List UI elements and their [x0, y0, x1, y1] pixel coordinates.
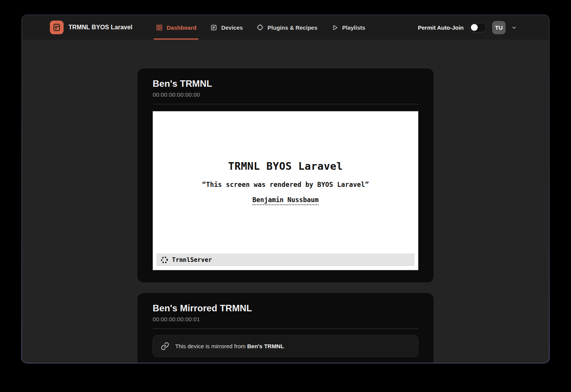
link-icon [161, 342, 169, 351]
nav-item-plugins-recipes[interactable]: Plugins & Recipes [255, 15, 319, 40]
app-window-frame: TRMNL BYOS Laravel Dashboard [21, 14, 550, 363]
nav-item-playlists[interactable]: Playlists [329, 15, 367, 40]
play-icon [331, 24, 338, 31]
nav-label: Playlists [342, 24, 365, 31]
device-screen-preview: TRMNL BYOS Laravel “This screen was rend… [153, 111, 418, 270]
devices-icon [210, 24, 217, 31]
device-name: Ben's Mirrored TRMNL [153, 303, 418, 314]
permit-autojoin-label: Permit Auto-Join [418, 24, 464, 31]
dashboard-content: Ben's TRMNL 00:00:00:00:00:00 TRMNL BYOS… [22, 40, 549, 363]
nav-item-dashboard[interactable]: Dashboard [154, 15, 198, 40]
dashboard-grid-icon [156, 24, 163, 31]
main-nav: Dashboard Devices [154, 15, 367, 40]
card-divider [153, 328, 418, 329]
nav-label: Devices [221, 24, 243, 31]
trmnl-logo-icon [50, 21, 64, 34]
screen-author-link: Benjamin Nussbaum [252, 196, 319, 205]
topbar-right: Permit Auto-Join TU [418, 15, 517, 40]
mirror-note: This device is mirrored from Ben's TRMNL [153, 335, 418, 357]
nav-item-devices[interactable]: Devices [208, 15, 245, 40]
screen-quote: “This screen was rendered by BYOS Larave… [153, 181, 418, 188]
puzzle-icon [257, 24, 264, 31]
mirror-note-text: This device is mirrored from Ben's TRMNL [175, 343, 284, 349]
card-divider [153, 104, 418, 104]
device-name: Ben's TRMNL [153, 78, 418, 89]
app-title: TRMNL BYOS Laravel [69, 24, 132, 31]
screen-title: TRMNL BYOS Laravel [153, 112, 418, 172]
device-mac-address: 00:00:00:00:00:00 [153, 91, 418, 98]
user-avatar[interactable]: TU [492, 21, 506, 34]
nav-label: Dashboard [167, 24, 196, 31]
nav-label: Plugins & Recipes [268, 24, 317, 31]
titlebar-label: TrmnlServer [172, 257, 212, 263]
screen-titlebar: TrmnlServer [156, 253, 415, 266]
mirror-source-device: Ben's TRMNL [247, 343, 284, 349]
top-navigation-bar: TRMNL BYOS Laravel Dashboard [22, 15, 549, 40]
user-menu-chevron[interactable] [511, 25, 517, 30]
toggle-knob [471, 24, 478, 31]
device-card-bens-trmnl: Ben's TRMNL 00:00:00:00:00:00 TRMNL BYOS… [137, 69, 434, 282]
brand: TRMNL BYOS Laravel [50, 15, 132, 40]
device-card-bens-mirrored-trmnl: Ben's Mirrored TRMNL 00:00:00:00:00:01 T… [137, 293, 434, 363]
device-mac-address: 00:00:00:00:00:01 [153, 316, 418, 322]
chevron-down-icon [511, 25, 517, 30]
app-window: TRMNL BYOS Laravel Dashboard [22, 15, 549, 363]
spinner-icon [161, 256, 168, 264]
permit-autojoin-toggle[interactable] [469, 23, 486, 32]
